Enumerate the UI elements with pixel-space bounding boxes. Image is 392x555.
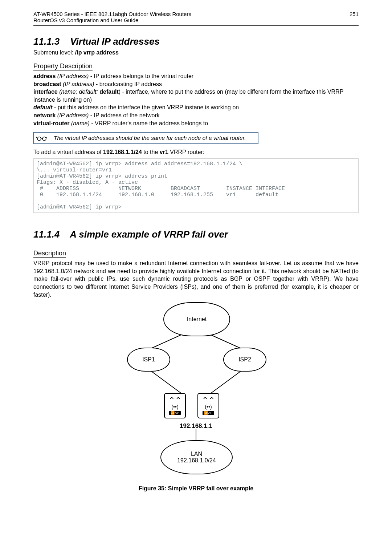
isp2-cloud: ISP2: [223, 348, 266, 372]
section-11-1-4-body: VRRP protocol may be used to make a redu…: [33, 259, 359, 299]
description-heading: Description: [33, 250, 359, 257]
header-rule: [33, 25, 359, 26]
svg-line-4: [149, 369, 183, 395]
vrrp-topology-diagram: Internet ISP1 ISP2 ⌃⌃ (••) 📶AP ⌃⌃ (••) 📶…: [105, 302, 287, 477]
isp1-cloud: ISP1: [127, 348, 170, 372]
figure-caption: Figure 35: Simple VRRP fail over example: [33, 485, 359, 492]
internet-cloud: Internet: [163, 302, 230, 336]
doc-title-line2: RouterOS v3 Configuration and User Guide: [33, 17, 138, 23]
router-face-icon: (••): [171, 404, 178, 409]
section-11-1-3-heading: 11.1.3 Virtual IP addresses: [33, 36, 359, 47]
terminal-output: [admin@AT-WR4562] ip vrrp> address add a…: [33, 158, 359, 213]
virtual-ip-label: 192.168.1.1: [105, 422, 287, 430]
page-number: 251: [350, 11, 359, 23]
submenu-level: Submenu level: /ip vrrp address: [33, 49, 359, 56]
note-text: The virtual IP addresses should be the s…: [50, 133, 250, 143]
antenna-icon: ⌃⌃: [168, 396, 181, 404]
svg-point-0: [37, 137, 41, 141]
doc-title-line1: AT-WR4500 Series - IEEE 802.11abgh Outdo…: [33, 11, 191, 17]
property-list: address (IP address) - IP address belong…: [33, 72, 359, 127]
section-11-1-4-heading: 11.1.4 A simple example of VRRP fail ove…: [33, 229, 359, 240]
ap-badge-left: 📶AP: [169, 411, 180, 415]
svg-line-5: [209, 369, 243, 395]
property-description-heading: Property Description: [33, 62, 359, 70]
router-face-icon: (••): [205, 404, 212, 409]
router-left: ⌃⌃ (••) 📶AP: [164, 393, 186, 418]
lan-cloud: LAN 192.168.1.0/24: [160, 440, 233, 474]
note-callout: The virtual IP addresses should be the s…: [33, 132, 258, 144]
glasses-icon: [34, 133, 50, 143]
example-intro: To add a virtual address of 192.168.1.1/…: [33, 149, 359, 155]
ap-badge-right: 📶AP: [203, 411, 214, 415]
antenna-icon: ⌃⌃: [202, 396, 215, 404]
router-right: ⌃⌃ (••) 📶AP: [197, 393, 219, 418]
svg-point-1: [42, 137, 46, 141]
